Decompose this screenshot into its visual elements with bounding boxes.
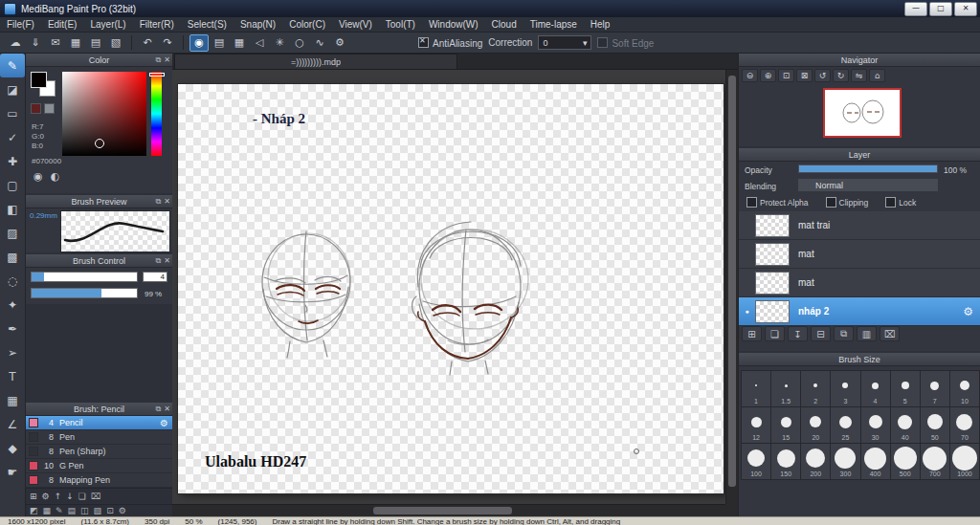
canvas[interactable]: - Nháp 2 Ulabalu HD247 (178, 84, 724, 493)
close-icon[interactable]: ✕ (164, 254, 170, 267)
layer-row-nh-p-2[interactable]: ●nháp 2⚙ (739, 297, 980, 326)
delete-layer-icon[interactable]: ⌧ (880, 326, 900, 341)
brush-size-500[interactable]: 500 (891, 444, 920, 479)
checkbox-box[interactable] (826, 197, 836, 208)
blending-dropdown[interactable]: Normal (798, 179, 938, 191)
brush-size-1000[interactable]: 1000 (950, 444, 979, 479)
hand-tool-icon[interactable]: ☛ (0, 460, 25, 484)
soft-edge-checkbox-box[interactable] (597, 37, 608, 48)
checkbox-protect-alpha[interactable]: Protect Alpha (746, 197, 809, 208)
rotate-cw-icon[interactable]: ↻ (833, 69, 849, 82)
layer-opacity-slider[interactable] (798, 164, 938, 173)
brush-size-200[interactable]: 200 (801, 444, 830, 479)
duplicate-brush-icon[interactable]: ❏ (78, 492, 86, 501)
menu-item-view-v[interactable]: View(V) (332, 17, 379, 33)
popout-icon[interactable]: ⧉ (156, 54, 162, 66)
actual-size-icon[interactable]: ⊠ (796, 69, 813, 82)
popout-icon[interactable]: ⧉ (156, 254, 162, 267)
brush-size-20[interactable]: 20 (801, 407, 830, 443)
workspace-icon[interactable]: ▧ (106, 34, 125, 52)
menu-item-snap-n[interactable]: Snap(N) (234, 17, 282, 33)
hue-indicator[interactable] (149, 73, 165, 77)
divide-tool-icon[interactable]: ▦ (0, 388, 25, 412)
cloud-icon[interactable]: ☁ (6, 34, 25, 52)
eyedropper-tool-icon[interactable]: ◆ (0, 436, 25, 460)
menu-item-layer-l[interactable]: Layer(L) (83, 17, 132, 33)
brush-opacity-slider[interactable] (31, 288, 138, 298)
shape-brush-tool-icon[interactable]: ▭ (0, 101, 25, 125)
curve-snap-icon[interactable]: ∿ (310, 34, 329, 52)
preview-dock-icon[interactable]: ◫ (80, 506, 89, 515)
canvas-horizontal-scrollbar[interactable] (172, 504, 725, 516)
layer-row-mat[interactable]: mat (739, 240, 980, 269)
gradient-tool-icon[interactable]: ▨ (0, 221, 25, 245)
freehand-snap-off-icon[interactable]: ◉ (189, 34, 209, 52)
layer-settings-icon[interactable]: ▥ (857, 326, 877, 341)
brush-row-mapping-pen[interactable]: 8Mapping Pen (26, 473, 172, 488)
snap-settings-icon[interactable]: ⚙ (330, 34, 349, 52)
fit-window-icon[interactable]: ⊡ (778, 69, 794, 82)
control-dock-icon[interactable]: ▤ (68, 506, 77, 515)
select-move-tool-icon[interactable]: ▩ (0, 245, 25, 269)
redo-icon[interactable]: ↷ (158, 34, 177, 52)
layer-visible-icon[interactable]: ● (739, 308, 755, 315)
zoom-out-icon[interactable]: ⊖ (742, 69, 758, 82)
brush-size-70[interactable]: 70 (950, 407, 979, 443)
vanishing-point-snap-icon[interactable]: ◁ (250, 34, 269, 52)
brush-size-50[interactable]: 50 (921, 407, 949, 443)
brush-size-700[interactable]: 700 (921, 444, 949, 479)
measure-tool-icon[interactable]: ∠ (0, 412, 25, 436)
brush-down-icon[interactable]: ↓ (66, 492, 74, 501)
popout-icon[interactable]: ⧉ (156, 403, 162, 415)
delete-brush-icon[interactable]: ⌧ (91, 492, 100, 501)
brush-size-300[interactable]: 300 (831, 444, 859, 479)
lasso-tool-icon[interactable]: ◌ (0, 269, 25, 293)
brush-size-15[interactable]: 15 (771, 407, 800, 443)
restore-button[interactable]: □ (929, 2, 952, 16)
brush-size-150[interactable]: 150 (771, 444, 800, 479)
brush-size-3[interactable]: 3 (831, 371, 859, 406)
settings-dock-icon[interactable]: ⚙ (119, 506, 126, 515)
panel-layout-icon[interactable]: ▤ (86, 34, 105, 52)
brush-size-25[interactable]: 25 (831, 407, 859, 443)
foreground-color-swatch[interactable] (31, 72, 47, 88)
cross-snap-icon[interactable]: ▦ (230, 34, 249, 52)
hue-strip[interactable] (151, 72, 162, 156)
antialiasing-checkbox[interactable]: AntiAliasing (418, 37, 482, 49)
add-brush-icon[interactable]: ⊞ (30, 492, 37, 501)
brush-row-g-pen[interactable]: 10G Pen (26, 459, 172, 473)
menu-item-help[interactable]: Help (584, 17, 617, 33)
close-button[interactable]: ✕ (954, 2, 977, 16)
brush-dock-icon[interactable]: ✎ (56, 506, 63, 515)
antialiasing-checkbox-box[interactable] (418, 37, 429, 48)
copy-layer-icon[interactable]: ⧉ (834, 326, 854, 341)
layer-settings-gear-icon[interactable]: ⚙ (963, 305, 973, 318)
soft-edge-checkbox[interactable]: Soft Edge (597, 37, 654, 49)
comment-icon[interactable]: ✉ (46, 34, 65, 52)
document-tab[interactable]: =))))))))).mdp (174, 54, 457, 69)
undo-icon[interactable]: ↶ (138, 34, 157, 52)
parallel-snap-icon[interactable]: ▤ (210, 34, 229, 52)
recent-swatch-1[interactable] (31, 103, 41, 114)
brush-up-icon[interactable]: ↑ (55, 492, 62, 501)
checkbox-box[interactable] (746, 197, 757, 208)
brush-size-slider[interactable] (31, 272, 138, 282)
color-wheel-icon[interactable]: ◉ (33, 170, 43, 183)
menu-item-cloud[interactable]: Cloud (485, 17, 523, 33)
checkbox-clipping[interactable]: Clipping (826, 197, 869, 208)
brush-row-pen[interactable]: 8Pen (26, 430, 172, 445)
menu-item-color-c[interactable]: Color(C) (282, 17, 332, 33)
brush-size-2[interactable]: 2 (801, 371, 830, 406)
close-icon[interactable]: ✕ (164, 403, 170, 415)
pen-tool-icon[interactable]: ✒ (0, 317, 25, 340)
color-picker-indicator[interactable] (95, 139, 104, 148)
select-rect-tool-icon[interactable]: ▢ (0, 173, 25, 197)
merge-down-icon[interactable]: ↧ (788, 326, 808, 341)
brush-size-7[interactable]: 7 (921, 371, 949, 406)
save-icon[interactable]: ⇓ (26, 34, 45, 52)
menu-item-time-lapse[interactable]: Time-lapse (523, 17, 584, 33)
reset-view-icon[interactable]: ⌂ (869, 69, 885, 82)
dot-pen-tool-icon[interactable]: ✓ (0, 125, 25, 149)
radial-snap-icon[interactable]: ✳ (270, 34, 289, 52)
popout-icon[interactable]: ⧉ (156, 195, 162, 208)
